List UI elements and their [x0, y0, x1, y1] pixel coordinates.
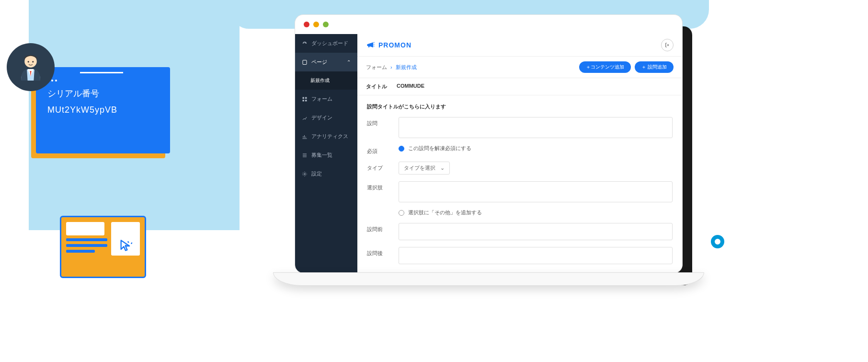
sidebar-item-page[interactable]: ページ ⌃	[295, 53, 357, 71]
type-placeholder: タイプを選択	[404, 164, 435, 172]
svg-rect-5	[303, 97, 305, 99]
question-input[interactable]	[399, 117, 673, 138]
label-options: 選択肢	[367, 181, 391, 191]
tab-title[interactable]: タイトル	[366, 83, 387, 90]
required-text: この設問を解凍必須にする	[408, 145, 471, 152]
before-input[interactable]	[399, 223, 673, 240]
after-input[interactable]	[399, 247, 673, 264]
add-other-radio[interactable]	[399, 210, 404, 216]
svg-point-9	[304, 173, 306, 175]
svg-point-2	[28, 61, 29, 62]
gear-icon	[302, 171, 308, 177]
logout-button[interactable]	[661, 39, 674, 51]
svg-rect-4	[303, 60, 307, 64]
add-other-text: 選択肢に「その他」を追加する	[408, 209, 482, 216]
sidebar-label: ページ	[311, 58, 327, 66]
design-icon	[302, 115, 308, 121]
chart-icon	[302, 134, 308, 140]
logout-icon	[664, 42, 670, 48]
list-icon	[302, 152, 308, 158]
label-after: 設問後	[367, 247, 391, 257]
chevron-down-icon: ⌄	[440, 165, 445, 171]
form-section-title: 設問タイトルがこちらに入ります	[367, 103, 673, 110]
sidebar-item-recruit[interactable]: 募集一覧	[295, 146, 357, 164]
serial-label: シリアル番号	[47, 88, 159, 99]
mini-browser-illustration	[60, 216, 146, 278]
tab-commude[interactable]: COMMUDE	[397, 83, 424, 90]
sidebar-item-design[interactable]: デザイン	[295, 108, 357, 127]
window-traffic-lights	[295, 15, 682, 34]
breadcrumb: フォーム › 新規作成	[366, 64, 417, 71]
avatar	[7, 43, 55, 91]
brand-name: PROMON	[378, 41, 411, 49]
sidebar-item-dashboard[interactable]: ダッシュボード	[295, 34, 357, 53]
svg-rect-6	[305, 97, 307, 99]
tabs: タイトル COMMUDE	[357, 78, 682, 95]
sidebar-item-new[interactable]: 新規作成	[295, 71, 357, 90]
megaphone-icon	[366, 40, 376, 50]
options-input[interactable]	[399, 181, 673, 202]
laptop-base	[273, 272, 704, 286]
sidebar: ダッシュボード ページ ⌃ 新規作成 フォーム デザイン	[295, 34, 357, 273]
breadcrumb-separator: ›	[390, 64, 392, 70]
sidebar-item-settings[interactable]: 設定	[295, 164, 357, 183]
form-area: 設問タイトルがこちらに入ります 設問 必須 この設問を解凍必須にする タイプ	[357, 95, 682, 273]
required-radio[interactable]	[399, 146, 404, 152]
sidebar-label: デザイン	[311, 114, 332, 121]
main-content: PROMON フォーム › 新規作成 ＋コンテンツ追加 ＋ 設問追加	[357, 34, 682, 273]
laptop-mockup: ダッシュボード ページ ⌃ 新規作成 フォーム デザイン	[273, 14, 704, 302]
sidebar-label: 設定	[311, 170, 322, 177]
card-line	[80, 72, 123, 73]
add-question-button[interactable]: ＋ 設問追加	[635, 61, 674, 73]
sidebar-label: 新規作成	[310, 77, 330, 84]
sidebar-label: ダッシュボード	[311, 40, 348, 47]
sidebar-label: 募集一覧	[311, 152, 332, 159]
label-type: タイプ	[367, 162, 391, 172]
svg-rect-8	[305, 100, 307, 102]
maximize-dot-icon	[323, 22, 329, 27]
main-header: PROMON	[357, 34, 682, 57]
serial-value: MUt2YkW5ypVB	[47, 105, 159, 115]
svg-point-3	[32, 61, 34, 62]
sidebar-label: フォーム	[311, 95, 332, 103]
label-before: 設問前	[367, 223, 391, 233]
sidebar-item-analytics[interactable]: アナリティクス	[295, 127, 357, 146]
breadcrumb-current: 新規作成	[396, 64, 417, 70]
close-dot-icon	[304, 22, 309, 27]
sidebar-label: アナリティクス	[311, 133, 348, 140]
gauge-icon	[302, 41, 308, 47]
serial-card: シリアル番号 MUt2YkW5ypVB	[36, 67, 170, 153]
brand-logo: PROMON	[366, 40, 411, 50]
label-question: 設問	[367, 117, 391, 127]
minimize-dot-icon	[313, 22, 319, 27]
grid-icon	[302, 96, 308, 102]
breadcrumb-root[interactable]: フォーム	[366, 64, 387, 70]
cursor-icon	[119, 239, 132, 253]
label-spacer	[367, 209, 391, 212]
chevron-up-icon: ⌃	[347, 59, 351, 65]
svg-rect-7	[303, 100, 305, 102]
label-required: 必須	[367, 145, 391, 155]
connector-end-circle	[711, 235, 724, 248]
type-select[interactable]: タイプを選択 ⌄	[399, 162, 450, 175]
add-content-button[interactable]: ＋コンテンツ追加	[579, 61, 631, 73]
sidebar-item-form[interactable]: フォーム	[295, 90, 357, 108]
laptop-screen: ダッシュボード ページ ⌃ 新規作成 フォーム デザイン	[295, 14, 683, 273]
sub-header: フォーム › 新規作成 ＋コンテンツ追加 ＋ 設問追加	[357, 57, 682, 78]
page-icon	[302, 59, 308, 65]
